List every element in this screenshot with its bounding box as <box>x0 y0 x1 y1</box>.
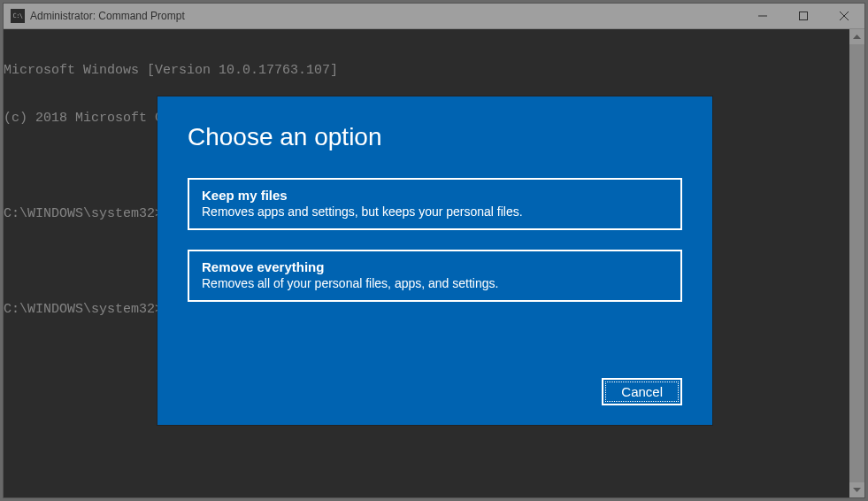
minimize-icon <box>758 12 767 20</box>
prompt-path: C:\WINDOWS\system32> <box>4 302 163 317</box>
vertical-scrollbar[interactable] <box>849 29 864 497</box>
dialog-button-row: Cancel <box>602 378 682 405</box>
svg-marker-5 <box>853 488 861 492</box>
option-description: Removes apps and settings, but keeps you… <box>202 204 668 219</box>
close-button[interactable] <box>824 4 864 28</box>
svg-rect-1 <box>800 12 808 20</box>
close-icon <box>840 12 849 20</box>
maximize-icon <box>799 12 808 20</box>
window-title: Administrator: Command Prompt <box>30 10 742 22</box>
option-description: Removes all of your personal files, apps… <box>202 276 668 290</box>
terminal-line: Microsoft Windows [Version 10.0.17763.10… <box>4 63 849 79</box>
prompt-path: C:\WINDOWS\system32> <box>4 206 163 221</box>
minimize-button[interactable] <box>742 4 783 28</box>
option-title: Remove everything <box>202 259 668 274</box>
option-keep-my-files[interactable]: Keep my files Removes apps and settings,… <box>188 178 682 230</box>
chevron-up-icon <box>853 35 861 39</box>
cmd-icon <box>11 9 25 23</box>
dialog-heading: Choose an option <box>188 123 682 151</box>
scroll-thumb[interactable] <box>849 44 864 482</box>
scroll-down-button[interactable] <box>849 482 864 497</box>
titlebar: Administrator: Command Prompt <box>4 4 864 29</box>
scroll-up-button[interactable] <box>849 29 864 44</box>
maximize-button[interactable] <box>783 4 824 28</box>
option-title: Keep my files <box>202 188 668 203</box>
chevron-down-icon <box>853 488 861 492</box>
reset-dialog: Choose an option Keep my files Removes a… <box>157 96 712 425</box>
window-controls <box>742 4 864 28</box>
option-remove-everything[interactable]: Remove everything Removes all of your pe… <box>188 250 682 302</box>
svg-marker-4 <box>853 35 861 39</box>
scroll-track[interactable] <box>849 44 864 482</box>
cancel-button[interactable]: Cancel <box>602 378 682 405</box>
